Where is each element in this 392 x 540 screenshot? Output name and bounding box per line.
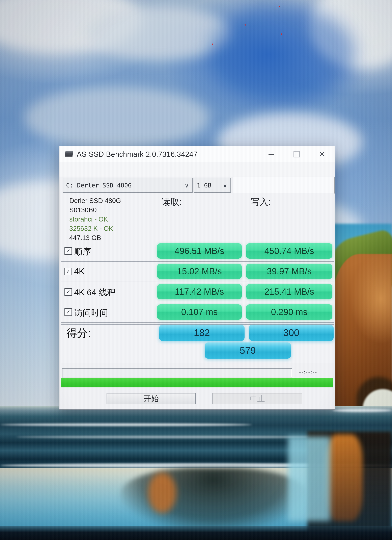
progress-bar-complete [61,378,333,387]
total-score: 579 [205,342,291,359]
checkbox-seq[interactable]: ✓ [65,247,72,255]
photo-artifact-dot [244,24,246,26]
score-separator [61,322,334,325]
table-divider [61,302,334,302]
progress-track [62,368,292,378]
title-bar: AS SSD Benchmark 2.0.7316.34247 ✕ [60,146,335,162]
table-divider [61,261,334,262]
checkbox-4k[interactable]: ✓ [65,268,72,275]
table-divider [244,193,244,322]
wallpaper-foam [332,409,392,412]
maximize-icon [293,151,300,157]
read-score: 182 [159,325,244,341]
drive-capacity: 447.13 GB [69,233,155,242]
table-divider [155,193,155,363]
write-column-header: 写入: [251,196,271,208]
window-title: AS SSD Benchmark 2.0.7316.34247 [77,150,198,159]
test-size-select[interactable]: 1 GB ∨ [194,178,231,193]
photo-artifact-dot [281,34,282,35]
desktop-photo: AS SSD Benchmark 2.0.7316.34247 ✕ 文件 编辑 … [0,0,392,540]
empty-field [233,177,335,194]
chevron-down-icon: ∨ [223,182,230,189]
row-label-access-time: 访问时间 [74,307,108,319]
drive-firmware: S0130B0 [69,205,155,215]
4k64-read-value: 117.42 MB/s [157,284,242,299]
drive-select[interactable]: C: Derler SSD 480G ∨ [63,178,193,193]
access-time-read-value: 0.107 ms [157,304,242,320]
drive-driver-status: storahci - OK [69,215,155,224]
write-score: 300 [249,325,334,341]
start-button[interactable]: 开始 [107,393,196,404]
minimize-button[interactable] [263,146,280,162]
abort-button[interactable]: 中止 [212,393,302,404]
seq-write-value: 450.74 MB/s [246,243,332,259]
wallpaper-water-channel [288,436,330,521]
chevron-down-icon: ∨ [184,182,192,189]
results-table: Derler SSD 480G S0130B0 storahci - OK 32… [61,193,334,363]
minimize-icon [268,154,274,155]
drive-info: Derler SSD 480G S0130B0 storahci - OK 32… [61,193,155,242]
close-button[interactable]: ✕ [314,146,331,162]
wallpaper-blue-sky-patch [209,6,355,101]
access-time-write-value: 0.290 ms [246,304,332,320]
row-label-seq: 顺序 [74,246,91,257]
wallpaper-orange-reflection [325,434,362,521]
wallpaper-foam [16,436,328,438]
checkbox-access-time[interactable]: ✓ [65,308,72,316]
app-icon [65,151,73,157]
menu-bar: 文件 编辑 查看 工具 语言 帮助 [60,162,335,177]
row-label-4k64: 4K 64 线程 [74,287,115,298]
checkbox-4k64[interactable]: ✓ [65,288,72,296]
4k-read-value: 15.02 MB/s [157,264,242,279]
photo-artifact-dot [279,6,280,7]
wallpaper-foam [0,423,252,426]
wallpaper-dark-sand [0,526,392,540]
wallpaper-orange-reflection [148,473,176,513]
table-divider [61,282,334,282]
4k-write-value: 39.97 MB/s [246,264,332,279]
test-size-value: 1 GB [194,182,211,189]
maximize-button[interactable] [288,146,305,162]
score-label: 得分: [66,326,91,341]
drive-select-value: C: Derler SSD 480G [63,182,132,189]
close-icon: ✕ [319,150,325,158]
seq-read-value: 496.51 MB/s [157,243,242,259]
drive-model: Derler SSD 480G [69,196,155,205]
row-label-4k: 4K [74,266,84,276]
read-column-header: 读取: [162,196,182,208]
4k64-write-value: 215.41 MB/s [246,284,332,299]
drive-alignment-status: 325632 K - OK [69,224,155,233]
as-ssd-benchmark-window: AS SSD Benchmark 2.0.7316.34247 ✕ 文件 编辑 … [59,146,335,410]
wallpaper-cloud [24,87,209,149]
time-remaining: --:--:-- [299,369,317,375]
photo-artifact-dot [212,44,213,45]
